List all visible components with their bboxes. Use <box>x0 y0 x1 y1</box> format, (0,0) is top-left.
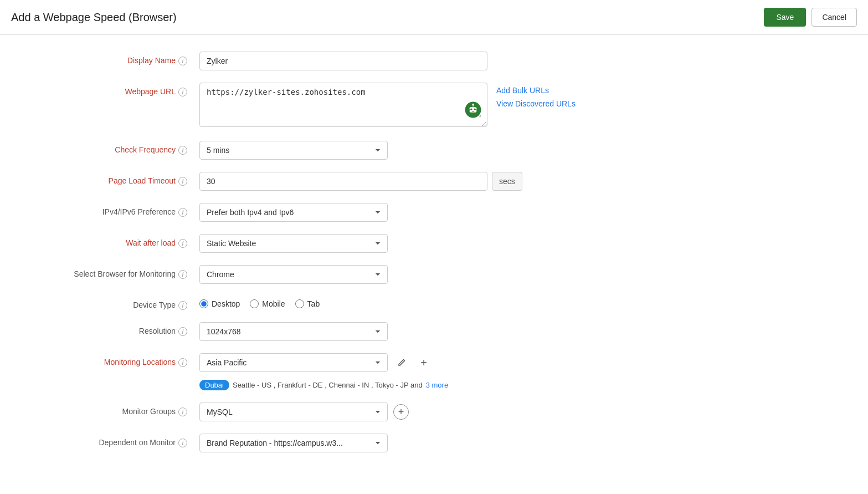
svg-point-3 <box>474 109 476 110</box>
url-textarea-wrap <box>199 83 487 129</box>
add-bulk-urls-link[interactable]: Add Bulk URLs <box>496 86 576 95</box>
header-actions: Save Cancel <box>764 8 857 27</box>
check-frequency-info-icon[interactable]: i <box>178 146 187 155</box>
plus-icon: + <box>398 406 404 418</box>
monitoring-locations-row: Monitoring Locations i Asia Pacific Nort… <box>0 353 665 390</box>
webpage-url-label: Webpage URL i <box>22 83 199 96</box>
location-more-link[interactable]: 3 more <box>426 381 448 389</box>
device-type-tab-option[interactable]: Tab <box>295 299 320 308</box>
monitoring-locations-label: Monitoring Locations i <box>22 353 199 367</box>
svg-rect-8 <box>476 109 477 111</box>
check-frequency-row: Check Frequency i 5 mins 1 min 10 mins 1… <box>0 141 665 160</box>
monitoring-locations-select[interactable]: Asia Pacific North America Europe <box>199 353 388 372</box>
display-name-label: Display Name i <box>22 52 199 65</box>
wait-after-load-row: Wait after load i Static Website Dynamic… <box>0 234 665 253</box>
monitor-groups-controls: MySQL Group A + <box>199 403 643 421</box>
display-name-input-area <box>199 52 643 70</box>
dependent-on-monitor-select[interactable]: Brand Reputation - https://campus.w3... <box>199 434 388 452</box>
device-type-desktop-label: Desktop <box>212 299 240 308</box>
monitoring-locations-input-area: Asia Pacific North America Europe + Duba… <box>199 353 643 390</box>
device-type-desktop-radio[interactable] <box>199 299 208 308</box>
select-browser-info-icon[interactable]: i <box>178 270 187 279</box>
timeout-row: secs <box>199 172 643 191</box>
location-rest-text: Seattle - US , Frankfurt - DE , Chennai … <box>233 381 423 389</box>
monitoring-locations-info-icon[interactable]: i <box>178 358 187 367</box>
device-type-info-icon[interactable]: i <box>178 301 187 310</box>
device-type-radio-group: Desktop Mobile Tab <box>199 296 643 308</box>
webpage-url-row: Webpage URL i <box>0 83 665 129</box>
timeout-input[interactable] <box>199 172 487 191</box>
svg-rect-7 <box>468 109 469 111</box>
page-load-timeout-row: Page Load Timeout i secs <box>0 172 665 191</box>
monitor-groups-label: Monitor Groups i <box>22 403 199 416</box>
svg-point-11 <box>480 116 481 118</box>
device-type-mobile-label: Mobile <box>262 299 285 308</box>
device-type-desktop-option[interactable]: Desktop <box>199 299 240 308</box>
url-links: Add Bulk URLs View Discovered URLs <box>496 83 576 108</box>
monitor-groups-input-area: MySQL Group A + <box>199 403 643 421</box>
svg-point-6 <box>472 104 474 105</box>
device-type-row: Device Type i Desktop Mobile Tab <box>0 296 665 310</box>
check-frequency-input-area: 5 mins 1 min 10 mins 15 mins 30 mins 1 h… <box>199 141 643 160</box>
page-load-timeout-info-icon[interactable]: i <box>178 177 187 186</box>
save-button[interactable]: Save <box>764 8 806 27</box>
monitor-groups-row: Monitor Groups i MySQL Group A + <box>0 403 665 421</box>
wait-after-load-input-area: Static Website Dynamic Website <box>199 234 643 253</box>
add-locations-icon: + <box>420 357 427 368</box>
ipv-preference-input-area: Prefer both Ipv4 and Ipv6 IPv4 only IPv6… <box>199 203 643 222</box>
resolution-select[interactable]: 1024x768 1280x800 1920x1080 375x667 <box>199 322 388 341</box>
ipv-preference-label: IPv4/IPv6 Preference i <box>22 203 199 217</box>
view-discovered-urls-link[interactable]: View Discovered URLs <box>496 99 576 108</box>
dependent-on-monitor-row: Dependent on Monitor i Brand Reputation … <box>0 434 665 452</box>
webpage-url-input[interactable] <box>199 83 487 127</box>
check-frequency-select[interactable]: 5 mins 1 min 10 mins 15 mins 30 mins 1 h… <box>199 141 388 160</box>
add-locations-button[interactable]: + <box>415 354 432 371</box>
svg-point-2 <box>470 109 472 110</box>
select-browser-row: Select Browser for Monitoring i Chrome F… <box>0 265 665 284</box>
wait-after-load-info-icon[interactable]: i <box>178 239 187 248</box>
resolution-label: Resolution i <box>22 322 199 336</box>
display-name-info-icon[interactable]: i <box>178 57 187 65</box>
page-title: Add a Webpage Speed (Browser) <box>11 11 177 24</box>
location-tags: Dubai Seattle - US , Frankfurt - DE , Ch… <box>199 380 643 390</box>
ipv-preference-info-icon[interactable]: i <box>178 208 187 217</box>
device-type-mobile-option[interactable]: Mobile <box>250 299 285 308</box>
dependent-on-monitor-info-icon[interactable]: i <box>178 439 187 447</box>
dependent-on-monitor-input-area: Brand Reputation - https://campus.w3... <box>199 434 643 452</box>
bot-icon <box>464 101 482 119</box>
dependent-on-monitor-label: Dependent on Monitor i <box>22 434 199 447</box>
wait-after-load-select[interactable]: Static Website Dynamic Website <box>199 234 388 253</box>
edit-icon <box>397 358 406 367</box>
resolution-info-icon[interactable]: i <box>178 327 187 336</box>
add-monitor-group-button[interactable]: + <box>393 404 409 420</box>
cancel-button[interactable]: Cancel <box>811 8 857 27</box>
device-type-input-area: Desktop Mobile Tab <box>199 296 643 308</box>
monitor-groups-select[interactable]: MySQL Group A <box>199 403 388 421</box>
monitor-groups-info-icon[interactable]: i <box>178 408 187 416</box>
monitoring-locations-controls: Asia Pacific North America Europe + <box>199 353 643 372</box>
form-area: Display Name i Webpage URL i <box>0 35 665 481</box>
resolution-input-area: 1024x768 1280x800 1920x1080 375x667 <box>199 322 643 341</box>
edit-locations-button[interactable] <box>393 354 410 371</box>
select-browser-label: Select Browser for Monitoring i <box>22 265 199 279</box>
wait-after-load-label: Wait after load i <box>22 234 199 248</box>
device-type-tab-radio[interactable] <box>295 299 304 308</box>
device-type-label: Device Type i <box>22 296 199 310</box>
ipv-preference-select[interactable]: Prefer both Ipv4 and Ipv6 IPv4 only IPv6… <box>199 203 388 222</box>
select-browser-input-area: Chrome Firefox Edge <box>199 265 643 284</box>
webpage-url-input-area: Add Bulk URLs View Discovered URLs <box>199 83 576 129</box>
svg-point-10 <box>480 115 481 116</box>
page-load-timeout-input-area: secs <box>199 172 643 191</box>
svg-rect-4 <box>472 111 475 111</box>
display-name-input[interactable] <box>199 52 487 70</box>
timeout-unit: secs <box>492 172 522 191</box>
webpage-url-info-icon[interactable]: i <box>178 88 187 96</box>
ipv-preference-row: IPv4/IPv6 Preference i Prefer both Ipv4 … <box>0 203 665 222</box>
dubai-tag: Dubai <box>199 380 229 390</box>
svg-point-9 <box>479 116 480 118</box>
device-type-mobile-radio[interactable] <box>250 299 259 308</box>
device-type-tab-label: Tab <box>307 299 320 308</box>
page-load-timeout-label: Page Load Timeout i <box>22 172 199 186</box>
browser-select[interactable]: Chrome Firefox Edge <box>199 265 388 284</box>
check-frequency-label: Check Frequency i <box>22 141 199 155</box>
